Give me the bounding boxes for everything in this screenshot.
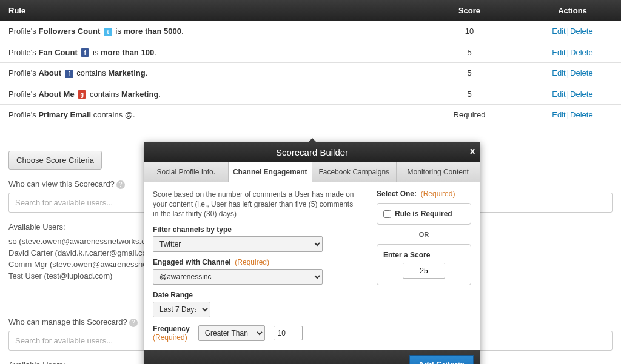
table-row: Profile's Primary Email contains @.Requi… (0, 105, 621, 125)
score-cell: Required (415, 105, 524, 125)
frequency-operator-select[interactable]: Greater Than (198, 325, 265, 341)
add-criteria-button[interactable]: Add Criteria (409, 355, 474, 364)
rule-cell: Profile's Primary Email contains @. (0, 105, 415, 125)
actions-cell: Edit|Delete (524, 105, 621, 125)
edit-link[interactable]: Edit (552, 110, 565, 119)
rules-table: Rule Score Actions Profile's Followers C… (0, 0, 621, 142)
rule-required-checkbox[interactable] (383, 210, 391, 218)
score-input[interactable] (403, 263, 445, 279)
delete-link[interactable]: Delete (570, 90, 593, 99)
select-one-label: Select One: (Required) (377, 190, 471, 198)
rule-required-box[interactable]: Rule is Required (377, 203, 471, 225)
tab-description: Score based on the number of comments a … (153, 190, 360, 219)
actions-cell: Edit|Delete (524, 63, 621, 84)
tab-facebook-campaigns[interactable]: Facebook Campaigns (312, 162, 397, 182)
frequency-value-input[interactable] (274, 326, 303, 340)
enter-score-box: Enter a Score (377, 244, 471, 285)
table-row: Profile's About Me g contains Marketing.… (0, 84, 621, 105)
col-score: Score (415, 0, 524, 21)
help-icon[interactable]: ? (116, 180, 125, 189)
score-cell: 5 (415, 42, 524, 63)
rule-cell: Profile's About f contains Marketing. (0, 63, 415, 84)
googleplus-icon: g (78, 90, 86, 99)
rule-cell: Profile's Followers Count t is more than… (0, 21, 415, 42)
score-cell: 5 (415, 63, 524, 84)
delete-link[interactable]: Delete (570, 27, 593, 36)
filter-channels-select[interactable]: Twitter (153, 236, 323, 252)
tab-monitoring-content[interactable]: Monitoring Content (397, 162, 480, 182)
tab-channel-engagement[interactable]: Channel Engagement (229, 162, 313, 182)
delete-link[interactable]: Delete (570, 68, 593, 78)
table-row: Profile's Fan Count f is more than 100.5… (0, 42, 621, 63)
choose-score-criteria-button[interactable]: Choose Score Criteria (8, 151, 102, 170)
rule-cell: Profile's About Me g contains Marketing. (0, 84, 415, 105)
twitter-icon: t (104, 28, 112, 36)
frequency-required: (Required) (153, 333, 190, 342)
frequency-label: Frequency (153, 325, 190, 333)
help-icon[interactable]: ? (129, 319, 138, 327)
close-icon[interactable]: x (470, 146, 475, 156)
facebook-icon: f (65, 70, 73, 78)
score-cell: 5 (415, 84, 524, 105)
delete-link[interactable]: Delete (570, 110, 593, 119)
rule-cell: Profile's Fan Count f is more than 100. (0, 42, 415, 63)
engaged-channel-label: Engaged with Channel (Required) (153, 258, 360, 266)
delete-link[interactable]: Delete (570, 48, 593, 57)
engaged-channel-select[interactable]: @awarenessinc (153, 269, 323, 285)
date-range-label: Date Range (153, 291, 360, 299)
facebook-icon: f (81, 48, 89, 57)
edit-link[interactable]: Edit (552, 68, 565, 78)
or-separator: OR (377, 231, 471, 238)
date-range-select[interactable]: Last 7 Days (153, 302, 210, 317)
enter-score-label: Enter a Score (383, 251, 465, 259)
scorecard-builder-modal: Scorecard Builder x Social Profile Info.… (144, 142, 480, 364)
modal-pointer (308, 138, 317, 142)
edit-link[interactable]: Edit (552, 27, 565, 36)
modal-tabs: Social Profile Info.Channel EngagementFa… (144, 162, 480, 182)
actions-cell: Edit|Delete (524, 21, 621, 42)
edit-link[interactable]: Edit (552, 48, 565, 57)
edit-link[interactable]: Edit (552, 90, 565, 99)
actions-cell: Edit|Delete (524, 84, 621, 105)
table-row: Profile's Followers Count t is more than… (0, 21, 621, 42)
col-actions: Actions (524, 0, 621, 21)
modal-title: Scorecard Builder (276, 147, 348, 157)
col-rule: Rule (0, 0, 415, 21)
score-cell: 10 (415, 21, 524, 42)
modal-header: Scorecard Builder x (144, 142, 480, 162)
filter-channels-label: Filter channels by type (153, 225, 360, 234)
tab-social-profile-info[interactable]: Social Profile Info. (144, 162, 229, 182)
actions-cell: Edit|Delete (524, 42, 621, 63)
modal-footer: Add Criteria (144, 350, 480, 364)
table-row: Profile's About f contains Marketing.5Ed… (0, 63, 621, 84)
rule-required-label: Rule is Required (395, 210, 452, 218)
